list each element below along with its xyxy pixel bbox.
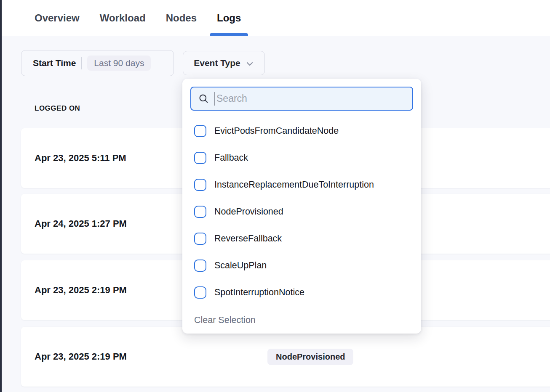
tab-overview[interactable]: Overview (27, 0, 87, 36)
event-type-dropdown-panel: EvictPodsFromCandidateNode Fallback Inst… (182, 79, 421, 334)
checkbox-unchecked-icon[interactable] (194, 206, 206, 218)
tab-workload-label: Workload (100, 12, 146, 24)
checkbox-unchecked-icon[interactable] (194, 125, 206, 137)
checkbox-unchecked-icon[interactable] (194, 233, 206, 245)
event-type-label: Event Type (194, 58, 240, 68)
table-row[interactable]: Apr 23, 2025 2:19 PM NodeProvisioned (21, 327, 550, 387)
tab-nodes[interactable]: Nodes (159, 0, 204, 36)
clear-selection-button[interactable]: Clear Selection (190, 315, 413, 326)
start-time-filter[interactable]: Start Time Last 90 days (21, 50, 174, 76)
option-scaleupplan[interactable]: ScaleUpPlan (190, 252, 413, 279)
option-reversefallback[interactable]: ReverseFallback (190, 225, 413, 252)
start-time-value-chip[interactable]: Last 90 days (87, 56, 151, 71)
logged-on-cell: Apr 23, 2025 2:19 PM (35, 351, 127, 362)
checkbox-unchecked-icon[interactable] (194, 152, 206, 164)
event-type-option-list: EvictPodsFromCandidateNode Fallback Inst… (190, 117, 413, 306)
checkbox-unchecked-icon[interactable] (194, 260, 206, 272)
tab-bar: Overview Workload Nodes Logs (2, 0, 550, 36)
option-evictpodsfromcandidatenode[interactable]: EvictPodsFromCandidateNode (190, 117, 413, 144)
search-input[interactable] (216, 93, 406, 104)
tab-workload[interactable]: Workload (93, 0, 153, 36)
option-nodeprovisioned[interactable]: NodeProvisioned (190, 198, 413, 225)
option-spotinterruptionnotice[interactable]: SpotInterruptionNotice (190, 279, 413, 306)
logged-on-cell: Apr 24, 2025 1:27 PM (35, 218, 127, 229)
search-icon (198, 93, 209, 104)
event-type-badge: NodeProvisioned (267, 349, 353, 365)
sidebar-edge (0, 0, 2, 392)
logs-page: Overview Workload Nodes Logs Start Time … (0, 0, 550, 392)
tab-logs[interactable]: Logs (210, 0, 248, 36)
filter-divider (81, 57, 82, 69)
tab-nodes-label: Nodes (166, 12, 197, 24)
option-instancereplacementduetointerruption[interactable]: InstanceReplacementDueToInterruption (190, 171, 413, 198)
text-caret (214, 92, 215, 106)
checkbox-unchecked-icon[interactable] (194, 286, 206, 299)
start-time-label: Start Time (33, 58, 76, 68)
logged-on-cell: Apr 23, 2025 2:19 PM (35, 285, 127, 296)
logged-on-cell: Apr 23, 2025 5:11 PM (35, 153, 126, 164)
event-type-filter-button[interactable]: Event Type (183, 51, 265, 75)
checkbox-unchecked-icon[interactable] (194, 179, 206, 191)
chevron-down-icon (246, 60, 254, 68)
option-fallback[interactable]: Fallback (190, 144, 413, 171)
column-header-logged-on: LOGGED ON (35, 104, 80, 113)
dropdown-search-box[interactable] (190, 87, 413, 111)
tab-overview-label: Overview (35, 12, 80, 24)
tab-logs-label: Logs (217, 12, 241, 24)
